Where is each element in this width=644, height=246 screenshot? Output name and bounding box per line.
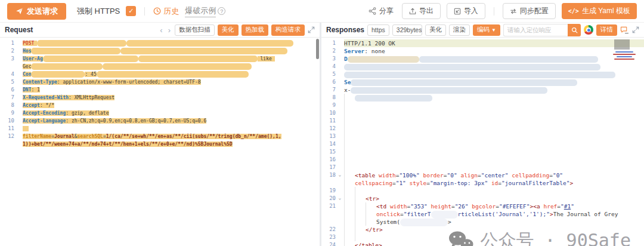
beautify-response-button[interactable]: 美化 (425, 24, 446, 36)
beautify-request-button[interactable]: 美化 (218, 24, 239, 36)
sync-config-button[interactable]: 同步配置 (503, 3, 556, 19)
code-line[interactable]: 6DNT: 1 (0, 86, 320, 94)
fold-arrow-icon[interactable]: ⌄ (336, 171, 344, 179)
code-line[interactable]: 2Hos (0, 47, 320, 55)
code-icon: </> (568, 8, 579, 14)
details-button[interactable]: 详情 (596, 24, 617, 36)
response-panel-header: Responses https 329bytes / 51ms 美化 渲染 编码… (321, 23, 644, 38)
redaction-blur (344, 64, 600, 70)
force-https-checkbox[interactable]: ✓ (126, 6, 136, 16)
chevron-down-icon: ▼ (491, 27, 496, 33)
toolbar-divider (494, 7, 494, 16)
toolbar-left-group: 发送请求 强制 HTTPS ✓ 历史 爆破示例 ? (7, 3, 225, 20)
fold-arrow-icon[interactable]: ⌄ (336, 195, 344, 202)
request-code-editor[interactable]: 1POST 2Hos3User-Ag like Gec4Con: 455Cont… (0, 38, 320, 246)
redaction-blur (37, 40, 126, 47)
code-line[interactable]: 7X-Requested-With: XMLHttpRequest (0, 94, 320, 102)
app-window: 发送请求 强制 HTTPS ✓ 历史 爆破示例 ? 分享 (0, 0, 644, 246)
code-line[interactable]: 2Server: none (321, 47, 644, 55)
response-code-editor[interactable]: 公众号 · 90Safe 1HTTP/1.1 200 OK2Server: no… (321, 38, 644, 246)
next-request-arrow[interactable]: › (167, 26, 172, 35)
open-in-browser-icon[interactable] (584, 25, 593, 35)
code-line[interactable]: 24</table> (321, 241, 644, 246)
code-line[interactable]: 1POST (0, 39, 320, 47)
code-line[interactable]: System(> (321, 218, 644, 226)
encoding-dropdown[interactable]: 编码 ▼ (473, 24, 500, 36)
minimap-slider[interactable] (614, 39, 630, 50)
clock-icon (153, 7, 161, 15)
share-button[interactable]: 分享 (366, 6, 396, 16)
code-line[interactable]: 10Accept-Language: zh-CN,zh;q=0.9,en;q=0… (0, 117, 320, 125)
minimap[interactable] (609, 39, 639, 76)
code-line[interactable]: 3User-Ag like (0, 55, 320, 63)
console-bubble-icon[interactable] (620, 26, 629, 34)
code-line[interactable]: 22</tr> (321, 226, 644, 233)
sync-icon (510, 8, 517, 15)
code-line[interactable]: Gec (0, 63, 320, 70)
code-line[interactable]: 7x- (321, 86, 644, 94)
code-line[interactable]: 17 (321, 164, 644, 171)
code-line[interactable]: 8 (321, 94, 644, 102)
prev-request-arrow[interactable]: ‹ (159, 26, 163, 35)
render-button[interactable]: 渲染 (449, 24, 470, 36)
code-line[interactable]: 16 (321, 156, 644, 164)
code-line[interactable]: 19 (321, 187, 644, 195)
generate-yaml-button[interactable]: </> 生成 Yaml 模板 (562, 3, 637, 19)
redaction-blur (120, 48, 287, 54)
redaction-blur (138, 56, 258, 62)
search-button[interactable] (568, 24, 581, 36)
encoding-label: 编码 (477, 26, 490, 34)
redaction-blur (351, 79, 577, 86)
redaction-blur (43, 56, 138, 62)
code-line[interactable]: 4Con: 45 (0, 70, 320, 78)
code-line[interactable]: 11 (321, 117, 644, 125)
code-line[interactable]: 1HTTP/1.1 200 OK (321, 39, 644, 47)
code-line[interactable]: 15 (321, 148, 644, 156)
code-line[interactable]: 3D (321, 55, 644, 63)
code-line[interactable]: onclick="filterTrticleList('Journal','1'… (321, 210, 644, 218)
blast-example-label: 爆破示例 (185, 5, 216, 17)
code-line[interactable]: 4 (321, 63, 644, 70)
export-icon (409, 8, 416, 15)
code-line[interactable]: 13 (321, 133, 644, 140)
export-button[interactable]: 导出 (402, 3, 441, 19)
request-panel-header: Request ‹ › 数据包扫描 美化 热加载 构造请求 (0, 23, 320, 38)
send-request-button[interactable]: 发送请求 (7, 3, 66, 20)
code-line[interactable]: 21<td width="353" height="26" bgcolor="#… (321, 202, 644, 210)
code-line[interactable]: 5 (321, 70, 644, 78)
code-line[interactable]: 1))+bet/**/ween+74+a/**/nd+74+t/**/hen+1… (0, 140, 320, 148)
code-line[interactable]: 12 (321, 125, 644, 133)
code-line[interactable]: cellspacing="1" style="margin-top: 3px" … (321, 179, 644, 187)
request-fullscreen-icon[interactable] (308, 26, 315, 33)
blast-example-link[interactable]: 爆破示例 ? (185, 5, 225, 17)
import-label: 导入 (464, 6, 478, 16)
response-fullscreen-icon[interactable] (632, 26, 639, 33)
import-button[interactable]: 导入 (447, 3, 485, 19)
question-icon: ? (218, 7, 225, 15)
code-line[interactable]: 9 (321, 102, 644, 109)
code-line[interactable]: 8Accept: */* (0, 102, 320, 109)
redaction-blur (351, 87, 547, 94)
response-panel: Responses https 329bytes / 51ms 美化 渲染 编码… (321, 23, 644, 246)
request-scrollbar-thumb[interactable] (316, 39, 319, 59)
code-line[interactable]: 11 (0, 125, 320, 133)
send-request-label: 发送请求 (27, 6, 58, 17)
history-button[interactable]: 历史 (153, 6, 179, 17)
code-line[interactable]: 23 (321, 233, 644, 241)
hot-reload-button[interactable]: 热加载 (242, 24, 269, 36)
share-label: 分享 (379, 6, 394, 16)
packet-scan-button[interactable]: 数据包扫描 (175, 24, 215, 36)
force-https-label: 强制 HTTPS (77, 6, 120, 17)
code-line[interactable]: 6Se (321, 78, 644, 86)
request-panel: Request ‹ › 数据包扫描 美化 热加载 构造请求 1POST 2Hos… (0, 23, 320, 246)
code-line[interactable]: 18⌄<table width="100%" border="0" align=… (321, 171, 644, 179)
code-line[interactable]: 12filterName=Journal&searchSQL=1/(ca/**/… (0, 133, 320, 140)
locate-response-input[interactable] (503, 24, 568, 36)
code-line[interactable]: 5Content-Type: application/x-www-form-ur… (0, 78, 320, 86)
code-line[interactable]: 9Accept-Encoding: gzip, deflate (0, 109, 320, 117)
construct-request-button[interactable]: 构造请求 (271, 24, 305, 36)
code-line[interactable]: 14 (321, 140, 644, 148)
code-line[interactable]: 10 (321, 109, 644, 117)
code-line[interactable]: 20⌄<tr> (321, 195, 644, 202)
locate-response-group (503, 24, 581, 36)
